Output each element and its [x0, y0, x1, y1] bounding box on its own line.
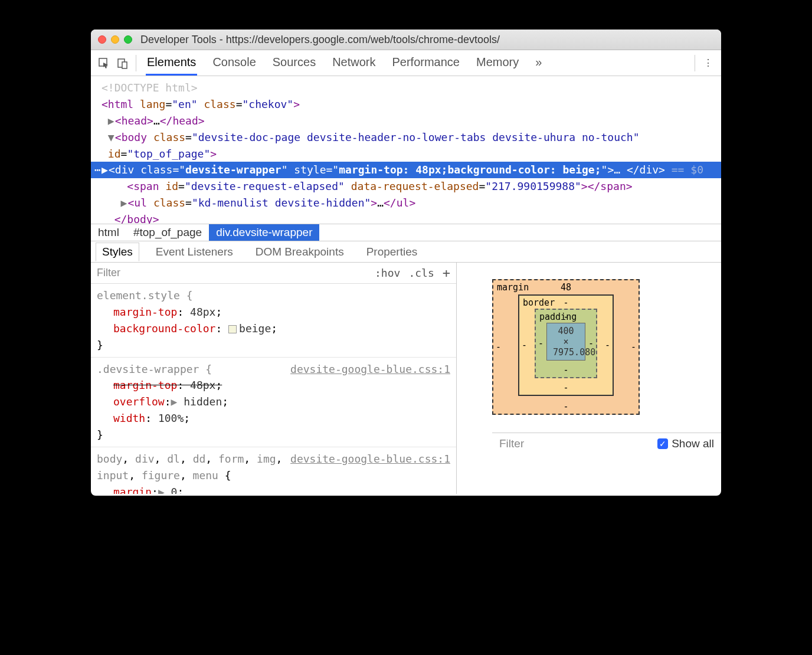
dom-body-close[interactable]: </body> — [91, 211, 721, 224]
tab-network[interactable]: Network — [331, 51, 376, 76]
lower-panels: Filter :hov .cls + element.style { margi… — [91, 263, 721, 494]
rule-element-style[interactable]: element.style { margin-top: 48px; backgr… — [91, 284, 456, 358]
rule-body-etc[interactable]: devsite-google-blue.css:1 body, div, dl,… — [91, 447, 456, 494]
sidebar-tabs: Styles Event Listeners DOM Breakpoints P… — [91, 241, 721, 263]
separator — [136, 55, 136, 71]
dom-doctype[interactable]: <!DOCTYPE html> — [91, 80, 721, 96]
color-swatch-icon[interactable] — [228, 325, 237, 333]
kebab-menu-icon[interactable]: ⋮ — [699, 54, 718, 73]
tab-performance[interactable]: Performance — [391, 51, 461, 76]
main-toolbar: Elements Console Sources Network Perform… — [91, 50, 721, 76]
crumb-html[interactable]: html — [91, 224, 126, 241]
dom-selected-node[interactable]: ⋯ ▶<div class="devsite-wrapper" style="m… — [91, 162, 721, 178]
titlebar: Developer Tools - https://developers.goo… — [91, 30, 721, 50]
dom-html[interactable]: <html lang="en" class="chekov"> — [91, 96, 721, 113]
traffic-lights — [98, 35, 132, 44]
styles-pane: Filter :hov .cls + element.style { margi… — [91, 263, 457, 494]
box-content[interactable]: 400 × 7975.080 — [546, 323, 585, 361]
subtab-styles[interactable]: Styles — [96, 243, 139, 261]
window-title: Developer Tools - https://developers.goo… — [140, 34, 500, 46]
computed-filter-input[interactable]: Filter — [499, 437, 524, 450]
computed-pane: margin 48 - - - border - - - - padding - — [457, 263, 721, 494]
computed-filter-row: Filter ✓ Show all — [492, 433, 721, 454]
devtools-window: Developer Tools - https://developers.goo… — [91, 30, 721, 496]
rule-source[interactable]: devsite-google-blue.css:1 — [290, 361, 450, 378]
dom-ul[interactable]: ▶<ul class="kd-menulist devsite-hidden">… — [91, 195, 721, 211]
subtab-properties[interactable]: Properties — [361, 243, 424, 261]
crumb-selected[interactable]: div.devsite-wrapper — [209, 224, 319, 241]
showall-checkbox[interactable]: ✓ — [657, 438, 668, 449]
maximize-icon[interactable] — [124, 35, 132, 44]
tab-more-icon[interactable]: » — [534, 51, 543, 76]
minimize-icon[interactable] — [111, 35, 119, 44]
tab-memory[interactable]: Memory — [475, 51, 520, 76]
box-model[interactable]: margin 48 - - - border - - - - padding - — [492, 279, 721, 415]
breadcrumb: html #top_of_page div.devsite-wrapper — [91, 224, 721, 241]
dom-span[interactable]: <span id="devsite-request-elapsed" data-… — [91, 178, 721, 195]
dom-tree[interactable]: <!DOCTYPE html> <html lang="en" class="c… — [91, 76, 721, 224]
showall-label: Show all — [672, 437, 714, 450]
svg-rect-2 — [122, 62, 127, 68]
rule-devsite-wrapper[interactable]: devsite-google-blue.css:1 .devsite-wrapp… — [91, 358, 456, 447]
rule-selector[interactable]: element.style { — [97, 287, 450, 304]
device-toggle-icon[interactable] — [113, 54, 132, 73]
subtab-breakpoints[interactable]: DOM Breakpoints — [250, 243, 350, 261]
hov-toggle[interactable]: :hov — [375, 267, 400, 279]
rule-source[interactable]: devsite-google-blue.css:1 — [290, 451, 450, 467]
box-padding[interactable]: padding - - - - 400 × 7975.080 — [535, 309, 597, 378]
panel-tabs: Elements Console Sources Network Perform… — [146, 51, 543, 76]
box-margin[interactable]: margin 48 - - - border - - - - padding - — [492, 279, 640, 415]
new-rule-icon[interactable]: + — [443, 266, 450, 280]
tab-sources[interactable]: Sources — [271, 51, 317, 76]
tab-console[interactable]: Console — [211, 51, 257, 76]
styles-filter-row: Filter :hov .cls + — [91, 263, 456, 284]
toolbar-right: ⋮ — [691, 54, 718, 73]
dom-body[interactable]: ▼<body class="devsite-doc-page devsite-h… — [91, 129, 721, 162]
close-icon[interactable] — [98, 35, 106, 44]
cls-toggle[interactable]: .cls — [408, 267, 434, 279]
filter-input[interactable]: Filter — [97, 267, 120, 279]
crumb-body[interactable]: #top_of_page — [126, 224, 209, 241]
dom-head[interactable]: ▶<head>…</head> — [91, 113, 721, 129]
inspect-icon[interactable] — [94, 54, 113, 73]
separator — [695, 55, 695, 71]
tab-elements[interactable]: Elements — [146, 51, 197, 76]
box-border[interactable]: border - - - - padding - - - - 400 × 797… — [518, 294, 614, 396]
subtab-listeners[interactable]: Event Listeners — [150, 243, 239, 261]
